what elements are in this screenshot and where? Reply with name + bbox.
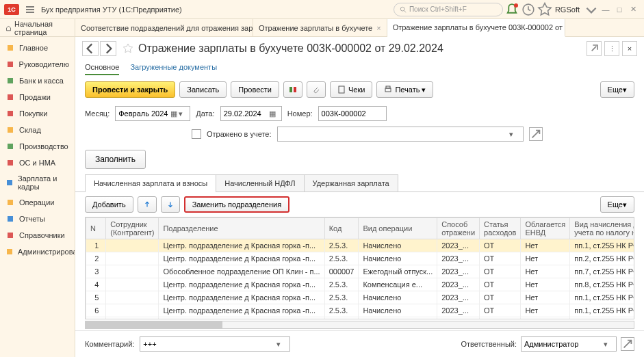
paperclip-icon <box>312 85 320 94</box>
col-envd[interactable]: Облагается ЕНВД <box>521 218 570 239</box>
col-code[interactable]: Код <box>324 218 359 239</box>
post-button[interactable]: Провести <box>231 81 279 98</box>
post-and-close-button[interactable]: Провести и закрыть <box>85 81 175 98</box>
horizontal-scrollbar[interactable] <box>85 321 634 329</box>
table-row[interactable]: 2Центр. подразделение д Красная горка -п… <box>86 252 635 265</box>
dropdown-icon[interactable]: ▾ <box>509 130 519 139</box>
table-more-button[interactable]: Еще ▾ <box>600 196 634 213</box>
open-reference-button[interactable] <box>529 127 543 141</box>
dropdown-icon[interactable]: ▾ <box>276 340 287 349</box>
window-minimize[interactable]: — <box>599 3 613 16</box>
replace-divisions-button[interactable]: Заменить подразделения <box>184 196 290 213</box>
sidebar-item-11[interactable]: Справочники <box>0 227 75 243</box>
data-table-wrapper[interactable]: N Сотрудник (Контрагент) Подразделение К… <box>85 217 634 319</box>
table-row[interactable]: 5Центр. подразделение д Красная горка -п… <box>86 291 635 304</box>
open-responsible-button[interactable] <box>621 337 634 351</box>
print-button[interactable]: Печать ▾ <box>376 81 433 98</box>
coin-icon <box>5 76 15 85</box>
attachments-button[interactable] <box>307 81 326 98</box>
sidebar-item-4[interactable]: Покупки <box>0 105 75 122</box>
close-document-button[interactable]: × <box>622 41 637 56</box>
printer-icon <box>384 85 392 94</box>
responsible-input[interactable]: ▾ <box>521 336 617 352</box>
dk-button[interactable] <box>283 81 302 98</box>
sidebar-item-2[interactable]: Банк и касса <box>0 72 75 89</box>
number-input[interactable] <box>318 106 387 121</box>
col-expense[interactable]: Статья расходов <box>480 218 521 239</box>
sidebar-item-9[interactable]: Операции <box>0 194 75 211</box>
swap-icon <box>5 198 15 207</box>
window-close[interactable]: ✕ <box>626 3 640 16</box>
add-row-button[interactable]: Добавить <box>85 196 133 213</box>
subtab-loaded[interactable]: Загруженные документы <box>130 60 217 75</box>
calendar-icon[interactable]: ▦ <box>269 109 278 118</box>
link-button[interactable] <box>587 41 602 56</box>
history-button[interactable] <box>521 2 536 17</box>
month-input[interactable]: ▦▾ <box>115 106 190 121</box>
user-menu-dropdown[interactable] <box>584 2 599 17</box>
tab-0[interactable]: Соответствие подразделений для отражения… <box>75 19 253 36</box>
sidebar-item-6[interactable]: Производство <box>0 138 75 155</box>
table-tab-withheld[interactable]: Удержанная зарплата <box>304 174 398 191</box>
sidebar-item-3[interactable]: Продажи <box>0 89 75 105</box>
fill-button[interactable]: Заполнить <box>85 150 146 169</box>
tab-2[interactable]: Отражение зарплаты в бухучете 003К-00000… <box>387 19 565 37</box>
navigation-sidebar: ГлавноеРуководителюБанк и кассаПродажиПо… <box>0 37 75 357</box>
global-search[interactable]: Поиск Ctrl+Shift+F <box>394 3 503 16</box>
cell-employee <box>106 265 159 278</box>
col-tax-type[interactable]: Вид начисления для учета по налогу на п <box>570 218 634 239</box>
nav-forward-button[interactable] <box>100 41 116 56</box>
dropdown-icon[interactable]: ▾ <box>179 109 187 118</box>
sidebar-item-10[interactable]: Отчеты <box>0 211 75 227</box>
sidebar-item-8[interactable]: Зарплата и кадры <box>0 171 75 194</box>
tab-close-icon[interactable]: × <box>376 24 381 32</box>
main-menu-button[interactable] <box>23 3 37 16</box>
window-maximize[interactable]: □ <box>613 3 626 16</box>
current-user[interactable]: RGSoft <box>555 5 580 14</box>
sidebar-item-1[interactable]: Руководителю <box>0 56 75 72</box>
col-method[interactable]: Способ отражени <box>437 218 480 239</box>
move-up-button[interactable] <box>138 196 157 213</box>
table-tab-ndfl[interactable]: Начисленный НДФЛ <box>216 174 304 191</box>
col-op-type[interactable]: Вид операции <box>359 218 437 239</box>
notifications-button[interactable] <box>504 2 519 17</box>
sidebar-item-0[interactable]: Главное <box>0 40 75 56</box>
tab-1[interactable]: Отражение зарплаты в бухучете × <box>253 19 387 36</box>
sidebar-item-7[interactable]: ОС и НМА <box>0 155 75 171</box>
svg-rect-2 <box>8 45 13 51</box>
cell-expense: ОТ <box>480 291 521 304</box>
favorite-star-icon[interactable] <box>122 42 134 55</box>
cell-code: 2.5.3. <box>324 278 359 291</box>
move-down-button[interactable] <box>161 196 180 213</box>
search-placeholder: Поиск Ctrl+Shift+F <box>409 5 467 13</box>
table-row[interactable]: 6Центр. подразделение д Красная горка -п… <box>86 304 635 317</box>
reflected-input[interactable]: ▾ <box>277 127 524 142</box>
favorites-button[interactable] <box>537 2 552 17</box>
comment-input[interactable]: ▾ <box>140 336 290 352</box>
more-header-button[interactable]: ⋮ <box>604 41 619 56</box>
sidebar-item-5[interactable]: Склад <box>0 122 75 138</box>
table-row[interactable]: 4Центр. подразделение д Красная горка -п… <box>86 278 635 291</box>
checks-button[interactable]: Чеки <box>330 81 372 98</box>
col-n[interactable]: N <box>86 218 106 239</box>
sidebar-item-12[interactable]: Администрирование <box>0 243 75 260</box>
table-row[interactable]: 7Центр. подразделение д Красная горка -п… <box>86 317 635 320</box>
col-employee[interactable]: Сотрудник (Контрагент) <box>106 218 159 239</box>
document-pane: Отражение зарплаты в бухучете 003К-00000… <box>75 37 644 357</box>
table-tab-accrued[interactable]: Начисленная зарплата и взносы <box>85 174 216 191</box>
reflected-checkbox[interactable] <box>192 129 201 139</box>
home-tab[interactable]: Начальная страница <box>0 19 75 36</box>
sidebar-item-label: Операции <box>19 198 54 207</box>
table-row[interactable]: 3Обособленное подразделение ОП Клин - п.… <box>86 265 635 278</box>
save-button[interactable]: Записать <box>179 81 227 98</box>
date-input[interactable]: ▦ <box>220 106 282 121</box>
scrollbar-thumb[interactable] <box>86 321 222 328</box>
nav-back-button[interactable] <box>82 41 99 56</box>
table-row[interactable]: 1Центр. подразделение д Красная горка -п… <box>86 239 635 252</box>
comment-label: Комментарий: <box>85 340 134 348</box>
more-button[interactable]: Еще ▾ <box>600 81 634 98</box>
subtab-main[interactable]: Основное <box>85 60 119 75</box>
dropdown-icon[interactable]: ▾ <box>604 340 613 349</box>
col-division[interactable]: Подразделение <box>159 218 324 239</box>
calendar-icon[interactable]: ▦ <box>170 109 179 118</box>
